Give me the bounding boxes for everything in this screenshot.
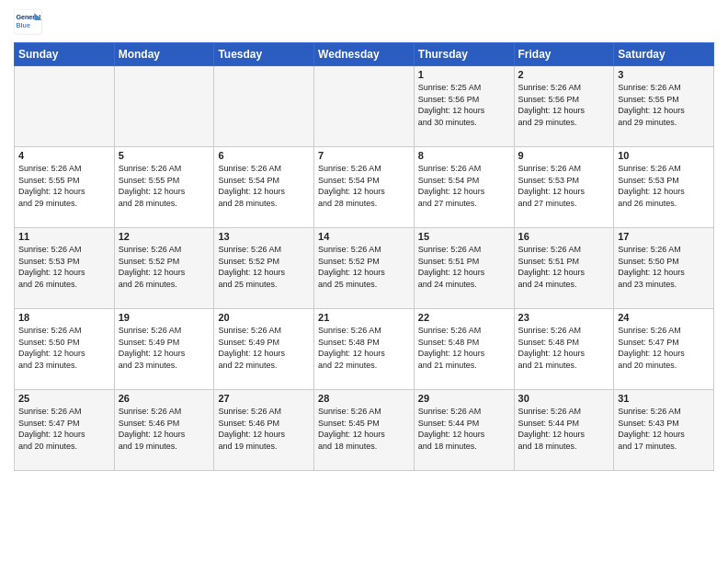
- page-header: General Blue: [14, 9, 714, 35]
- day-number: 3: [618, 69, 710, 80]
- day-number: 7: [318, 150, 410, 161]
- calendar-cell: 17Sunrise: 5:26 AM Sunset: 5:50 PM Dayli…: [614, 228, 714, 309]
- day-number: 22: [418, 312, 510, 323]
- calendar-cell: 5Sunrise: 5:26 AM Sunset: 5:55 PM Daylig…: [114, 147, 214, 228]
- day-number: 24: [618, 312, 710, 323]
- day-number: 14: [318, 231, 410, 242]
- weekday-header-sunday: Sunday: [15, 43, 115, 66]
- day-info: Sunrise: 5:26 AM Sunset: 5:54 PM Dayligh…: [318, 163, 410, 209]
- calendar-cell: 31Sunrise: 5:26 AM Sunset: 5:43 PM Dayli…: [614, 390, 714, 471]
- calendar-week-5: 25Sunrise: 5:26 AM Sunset: 5:47 PM Dayli…: [15, 390, 714, 471]
- weekday-header-friday: Friday: [514, 43, 614, 66]
- calendar-cell: 23Sunrise: 5:26 AM Sunset: 5:48 PM Dayli…: [514, 309, 614, 390]
- day-info: Sunrise: 5:26 AM Sunset: 5:55 PM Dayligh…: [618, 82, 710, 128]
- day-number: 13: [218, 231, 310, 242]
- calendar-cell: 11Sunrise: 5:26 AM Sunset: 5:53 PM Dayli…: [15, 228, 115, 309]
- calendar-cell: 4Sunrise: 5:26 AM Sunset: 5:55 PM Daylig…: [15, 147, 115, 228]
- day-number: 5: [119, 150, 210, 161]
- calendar-cell: 3Sunrise: 5:26 AM Sunset: 5:55 PM Daylig…: [614, 66, 714, 147]
- calendar-cell: 30Sunrise: 5:26 AM Sunset: 5:44 PM Dayli…: [514, 390, 614, 471]
- weekday-header-row: SundayMondayTuesdayWednesdayThursdayFrid…: [15, 43, 714, 66]
- day-info: Sunrise: 5:26 AM Sunset: 5:44 PM Dayligh…: [518, 406, 610, 452]
- day-info: Sunrise: 5:26 AM Sunset: 5:50 PM Dayligh…: [18, 325, 110, 371]
- day-info: Sunrise: 5:26 AM Sunset: 5:46 PM Dayligh…: [218, 406, 310, 452]
- day-number: 25: [18, 393, 110, 404]
- day-number: 15: [418, 231, 510, 242]
- calendar-cell: 1Sunrise: 5:25 AM Sunset: 5:56 PM Daylig…: [414, 66, 514, 147]
- calendar-cell: 8Sunrise: 5:26 AM Sunset: 5:54 PM Daylig…: [414, 147, 514, 228]
- day-number: 17: [618, 231, 710, 242]
- day-number: 8: [418, 150, 510, 161]
- day-info: Sunrise: 5:26 AM Sunset: 5:55 PM Dayligh…: [18, 163, 110, 209]
- calendar-week-2: 4Sunrise: 5:26 AM Sunset: 5:55 PM Daylig…: [15, 147, 714, 228]
- day-number: 10: [618, 150, 710, 161]
- day-number: 11: [18, 231, 110, 242]
- day-info: Sunrise: 5:26 AM Sunset: 5:55 PM Dayligh…: [119, 163, 210, 209]
- day-number: 6: [218, 150, 310, 161]
- day-number: 29: [418, 393, 510, 404]
- day-number: 31: [618, 393, 710, 404]
- calendar-cell: [15, 66, 115, 147]
- calendar-cell: 13Sunrise: 5:26 AM Sunset: 5:52 PM Dayli…: [214, 228, 314, 309]
- calendar-cell: 15Sunrise: 5:26 AM Sunset: 5:51 PM Dayli…: [414, 228, 514, 309]
- day-info: Sunrise: 5:25 AM Sunset: 5:56 PM Dayligh…: [418, 82, 510, 128]
- day-info: Sunrise: 5:26 AM Sunset: 5:50 PM Dayligh…: [618, 244, 710, 290]
- day-number: 4: [18, 150, 110, 161]
- day-info: Sunrise: 5:26 AM Sunset: 5:54 PM Dayligh…: [418, 163, 510, 209]
- day-info: Sunrise: 5:26 AM Sunset: 5:48 PM Dayligh…: [518, 325, 610, 371]
- day-number: 23: [518, 312, 610, 323]
- calendar-cell: [314, 66, 415, 147]
- day-number: 30: [518, 393, 610, 404]
- day-number: 18: [18, 312, 110, 323]
- day-info: Sunrise: 5:26 AM Sunset: 5:53 PM Dayligh…: [618, 163, 710, 209]
- day-number: 20: [218, 312, 310, 323]
- calendar-cell: 29Sunrise: 5:26 AM Sunset: 5:44 PM Dayli…: [414, 390, 514, 471]
- day-number: 1: [418, 69, 510, 80]
- calendar-cell: 6Sunrise: 5:26 AM Sunset: 5:54 PM Daylig…: [214, 147, 314, 228]
- day-info: Sunrise: 5:26 AM Sunset: 5:52 PM Dayligh…: [318, 244, 410, 290]
- day-info: Sunrise: 5:26 AM Sunset: 5:45 PM Dayligh…: [318, 406, 410, 452]
- calendar-cell: 28Sunrise: 5:26 AM Sunset: 5:45 PM Dayli…: [314, 390, 415, 471]
- calendar-cell: 22Sunrise: 5:26 AM Sunset: 5:48 PM Dayli…: [414, 309, 514, 390]
- logo: General Blue: [14, 9, 43, 35]
- day-info: Sunrise: 5:26 AM Sunset: 5:47 PM Dayligh…: [18, 406, 110, 452]
- weekday-header-monday: Monday: [114, 43, 214, 66]
- day-number: 2: [518, 69, 610, 80]
- day-info: Sunrise: 5:26 AM Sunset: 5:56 PM Dayligh…: [518, 82, 610, 128]
- day-info: Sunrise: 5:26 AM Sunset: 5:48 PM Dayligh…: [418, 325, 510, 371]
- calendar-cell: 26Sunrise: 5:26 AM Sunset: 5:46 PM Dayli…: [114, 390, 214, 471]
- day-info: Sunrise: 5:26 AM Sunset: 5:49 PM Dayligh…: [218, 325, 310, 371]
- calendar-cell: 25Sunrise: 5:26 AM Sunset: 5:47 PM Dayli…: [15, 390, 115, 471]
- day-info: Sunrise: 5:26 AM Sunset: 5:44 PM Dayligh…: [418, 406, 510, 452]
- calendar-cell: [214, 66, 314, 147]
- day-info: Sunrise: 5:26 AM Sunset: 5:43 PM Dayligh…: [618, 406, 710, 452]
- calendar-week-3: 11Sunrise: 5:26 AM Sunset: 5:53 PM Dayli…: [15, 228, 714, 309]
- calendar-cell: 10Sunrise: 5:26 AM Sunset: 5:53 PM Dayli…: [614, 147, 714, 228]
- day-info: Sunrise: 5:26 AM Sunset: 5:51 PM Dayligh…: [418, 244, 510, 290]
- day-number: 12: [119, 231, 210, 242]
- day-info: Sunrise: 5:26 AM Sunset: 5:53 PM Dayligh…: [18, 244, 110, 290]
- day-info: Sunrise: 5:26 AM Sunset: 5:51 PM Dayligh…: [518, 244, 610, 290]
- day-info: Sunrise: 5:26 AM Sunset: 5:53 PM Dayligh…: [518, 163, 610, 209]
- calendar-week-4: 18Sunrise: 5:26 AM Sunset: 5:50 PM Dayli…: [15, 309, 714, 390]
- calendar-cell: 16Sunrise: 5:26 AM Sunset: 5:51 PM Dayli…: [514, 228, 614, 309]
- calendar-cell: 18Sunrise: 5:26 AM Sunset: 5:50 PM Dayli…: [15, 309, 115, 390]
- day-number: 21: [318, 312, 410, 323]
- day-info: Sunrise: 5:26 AM Sunset: 5:52 PM Dayligh…: [218, 244, 310, 290]
- day-number: 27: [218, 393, 310, 404]
- calendar-cell: 19Sunrise: 5:26 AM Sunset: 5:49 PM Dayli…: [114, 309, 214, 390]
- calendar-cell: 12Sunrise: 5:26 AM Sunset: 5:52 PM Dayli…: [114, 228, 214, 309]
- calendar-week-1: 1Sunrise: 5:25 AM Sunset: 5:56 PM Daylig…: [15, 66, 714, 147]
- calendar-cell: 24Sunrise: 5:26 AM Sunset: 5:47 PM Dayli…: [614, 309, 714, 390]
- day-number: 19: [119, 312, 210, 323]
- calendar-cell: 27Sunrise: 5:26 AM Sunset: 5:46 PM Dayli…: [214, 390, 314, 471]
- svg-text:Blue: Blue: [16, 21, 30, 29]
- weekday-header-thursday: Thursday: [414, 43, 514, 66]
- day-number: 26: [119, 393, 210, 404]
- calendar-cell: 14Sunrise: 5:26 AM Sunset: 5:52 PM Dayli…: [314, 228, 415, 309]
- day-number: 28: [318, 393, 410, 404]
- day-number: 16: [518, 231, 610, 242]
- calendar-table: SundayMondayTuesdayWednesdayThursdayFrid…: [14, 42, 714, 471]
- weekday-header-saturday: Saturday: [614, 43, 714, 66]
- weekday-header-tuesday: Tuesday: [214, 43, 314, 66]
